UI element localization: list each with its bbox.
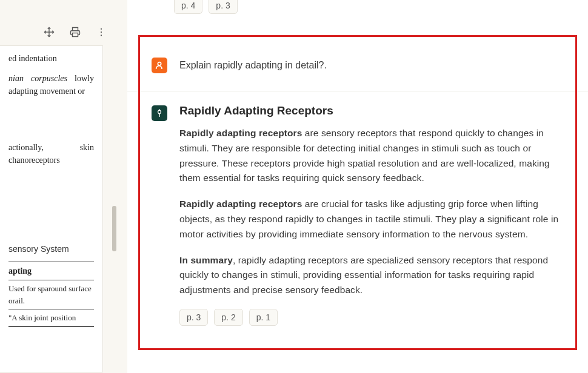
page-pill[interactable]: p. 3 <box>179 309 208 326</box>
page-pill[interactable]: p. 3 <box>209 0 237 14</box>
user-prompt-text: Explain rapidly adapting in detail?. <box>179 60 327 71</box>
svg-point-5 <box>101 35 102 36</box>
page-ref-row: p. 3 p. 2 p. 1 <box>179 309 564 326</box>
doc-toolbar <box>0 24 115 42</box>
chat-area: p. 4 p. 3 Explain rapidly adapting in de… <box>127 0 588 373</box>
ai-response: Rapidly Adapting Receptors Rapidly adapt… <box>179 104 564 326</box>
ai-avatar-icon <box>152 105 167 121</box>
svg-rect-2 <box>73 33 78 37</box>
message-divider <box>127 91 588 91</box>
page-pill[interactable]: p. 1 <box>249 309 278 326</box>
ai-response-heading: Rapidly Adapting Receptors <box>179 104 564 117</box>
doc-subheading: sensory System <box>8 243 94 256</box>
svg-point-4 <box>101 31 102 33</box>
page-pill[interactable]: p. 4 <box>174 0 202 14</box>
prev-page-pills: p. 4 p. 3 <box>174 0 238 14</box>
doc-text: ed indentation <box>8 52 94 65</box>
doc-text: nian corpuscles lowly adapting movement … <box>8 72 94 97</box>
ai-response-paragraph: Rapidly adapting receptors are crucial f… <box>179 197 564 242</box>
document-preview-pane: ed indentation nian corpuscles lowly ada… <box>0 45 103 372</box>
doc-text: actionally, skin chanoreceptors <box>8 141 94 167</box>
svg-point-3 <box>101 28 102 30</box>
svg-point-6 <box>158 62 161 65</box>
scrollbar-thumb[interactable] <box>112 206 116 251</box>
message-user: Explain rapidly adapting in detail?. <box>152 58 564 73</box>
page-pill[interactable]: p. 2 <box>214 309 242 326</box>
ai-response-paragraph: Rapidly adapting receptors are sensory r… <box>179 126 564 186</box>
doc-table: apting Used for spa­round surface orail.… <box>8 262 94 327</box>
more-vertical-icon[interactable] <box>96 27 107 40</box>
move-icon[interactable] <box>44 27 55 40</box>
ai-response-paragraph: In summary, rapidly adapting receptors a… <box>179 253 564 298</box>
print-icon[interactable] <box>70 27 81 40</box>
message-ai: Rapidly Adapting Receptors Rapidly adapt… <box>152 104 564 326</box>
user-avatar-icon <box>152 58 167 73</box>
